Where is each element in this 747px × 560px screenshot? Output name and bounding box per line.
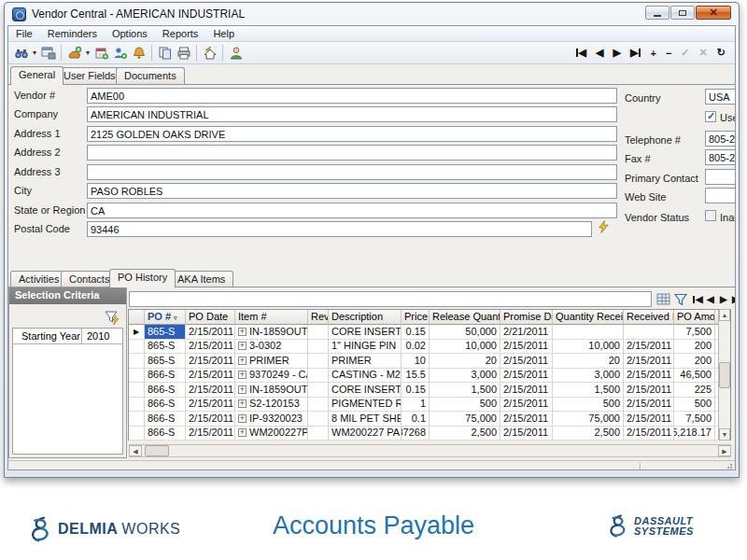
address-2-field[interactable]	[87, 145, 617, 161]
grid-cell[interactable]	[308, 369, 329, 384]
export-grid-button[interactable]	[39, 44, 57, 63]
expand-icon[interactable]: +	[238, 342, 247, 350]
find-dropdown-arrow[interactable]: ▾	[31, 49, 38, 57]
tab-user-fields[interactable]: User Fields	[55, 67, 124, 84]
grid-column-header[interactable]: Release Quantity	[430, 310, 500, 325]
grid-cell[interactable]: 225	[674, 383, 715, 398]
tab-aka-items[interactable]: AKA Items	[169, 271, 233, 287]
grid-cell[interactable]: 500	[553, 398, 624, 413]
grid-cell[interactable]: 2/15/2011	[624, 398, 674, 413]
grid-cell[interactable]: 0.15	[402, 325, 430, 340]
grid-cell[interactable]: 0.1	[402, 412, 430, 427]
grid-cell[interactable]: 2/15/2011	[186, 369, 235, 384]
grid-cell[interactable]: +IN-1859OUT	[235, 383, 308, 398]
grid-cell[interactable]: 2/15/2011	[186, 354, 235, 369]
grid-cell[interactable]: 1,500	[430, 383, 500, 398]
grid-cell[interactable]: 2/15/2011	[500, 427, 553, 441]
grid-cell[interactable]: 2/15/2011	[624, 354, 674, 369]
close-button[interactable]: ✕	[696, 6, 731, 20]
activity-add-button[interactable]	[92, 44, 110, 63]
grid-cell[interactable]	[308, 427, 329, 441]
grid-layout-icon[interactable]	[656, 292, 671, 307]
grid-column-header[interactable]: Received Date	[624, 310, 674, 325]
nav-first-button[interactable]: ◀	[576, 47, 586, 59]
grid-cell[interactable]: 1" HINGE PIN	[329, 340, 402, 355]
grid-cell[interactable]: 87268	[402, 427, 430, 441]
telephone-field[interactable]	[705, 131, 736, 147]
grid-cell[interactable]: +IP-9320023	[235, 412, 308, 427]
grid-cell[interactable]	[308, 340, 329, 355]
grid-cell[interactable]: 2,500	[553, 427, 624, 441]
grid-cell[interactable]: 2/15/2011	[186, 427, 235, 441]
grid-column-header[interactable]: PO Date	[186, 310, 235, 325]
grid-cell[interactable]: 3,000	[430, 369, 500, 384]
grid-row[interactable]: 866-S2/15/2011+IP-93200238 MIL PET SHEE0…	[129, 412, 719, 427]
grid-nav-first-button[interactable]: ◀	[693, 294, 703, 304]
grid-cell[interactable]: 1	[402, 398, 430, 413]
grid-cell[interactable]: 866-S	[145, 369, 186, 384]
expand-icon[interactable]: +	[238, 428, 247, 437]
city-field[interactable]	[87, 183, 617, 199]
grid-row[interactable]: 866-S2/15/2011+WM200227PWM200227 PAIN872…	[129, 427, 719, 441]
grid-cell[interactable]: CORE INSERTS	[329, 325, 402, 340]
grid-cell[interactable]: 3,000	[553, 369, 624, 384]
grid-cell[interactable]: 2/15/2011	[186, 398, 235, 413]
nav-cancel-button[interactable]: ✕	[699, 47, 708, 59]
grid-cell[interactable]: 2/15/2011	[500, 412, 553, 427]
contact-add-button[interactable]	[111, 44, 129, 63]
minimize-button[interactable]	[645, 6, 669, 20]
grid-cell[interactable]: 865-S	[145, 340, 186, 355]
find-button[interactable]	[12, 44, 30, 63]
grid-cell[interactable]: 50,000	[430, 325, 500, 340]
grid-cell[interactable]: +WM200227P	[235, 427, 308, 441]
grid-column-header[interactable]: PO Amount	[674, 310, 715, 325]
tab-documents[interactable]: Documents	[116, 67, 185, 84]
grid-column-header[interactable]: Item #	[235, 310, 308, 325]
company-field[interactable]	[87, 106, 617, 122]
fax-field[interactable]	[705, 149, 736, 165]
menu-help[interactable]: Help	[205, 27, 242, 40]
expand-icon[interactable]: +	[238, 399, 247, 408]
grid-cell[interactable]: 20	[430, 354, 500, 369]
title-bar[interactable]: Vendor Central - AMERICAN INDUSTRIAL ✕	[7, 3, 736, 25]
horizontal-scroll-thumb[interactable]	[145, 445, 169, 456]
grid-column-header[interactable]: PO #▿	[145, 310, 186, 325]
print-button[interactable]	[175, 44, 192, 63]
grid-cell[interactable]: 0.02	[402, 340, 430, 355]
grid-row[interactable]: 866-S2/15/2011+9370249 - CASCASTING - M2…	[129, 369, 719, 384]
grid-cell[interactable]: 2/15/2011	[624, 369, 674, 384]
state-or-region-field[interactable]	[87, 203, 617, 218]
tab-po-history[interactable]: PO History	[109, 269, 176, 287]
grid-cell[interactable]: 20	[553, 354, 624, 369]
nav-post-button[interactable]: ✓	[681, 47, 689, 59]
grid-cell[interactable]: 10,000	[553, 340, 624, 355]
grid-cell[interactable]	[624, 325, 674, 340]
scroll-down-icon[interactable]: ▼	[719, 428, 730, 441]
vertical-scroll-thumb[interactable]	[719, 362, 730, 388]
criteria-value[interactable]: 2010	[82, 329, 122, 344]
reminders-button[interactable]	[130, 44, 148, 63]
postal-lookup-bolt-icon[interactable]	[597, 219, 611, 234]
grid-row[interactable]: 866-S2/15/2011+IN-1859OUTCORE INSERTS0.1…	[129, 383, 719, 398]
grid-cell[interactable]: 2/15/2011	[186, 325, 235, 340]
grid-cell[interactable]: 2/15/2011	[624, 412, 674, 427]
grid-cell[interactable]: +PRIMER	[235, 354, 308, 369]
tab-activities[interactable]: Activities	[10, 271, 67, 287]
grid-nav-prior-button[interactable]: ◀	[707, 294, 714, 304]
grid-cell[interactable]: 866-S	[145, 412, 186, 427]
grid-cell[interactable]: 1,500	[553, 383, 624, 398]
filter-funnel-icon[interactable]	[673, 292, 688, 307]
inactive-checkbox[interactable]	[705, 210, 716, 221]
grid-cell[interactable]: CORE INSERTS	[329, 383, 402, 398]
grid-cell[interactable]: 200	[674, 354, 715, 369]
grid-cell[interactable]: 2/15/2011	[624, 427, 674, 441]
grid-cell[interactable]: 500	[674, 398, 715, 413]
grid-cell[interactable]: 865-S	[145, 354, 186, 369]
scroll-left-icon[interactable]: ◀	[129, 445, 142, 456]
grid-cell[interactable]: 46,500	[674, 369, 715, 384]
grid-cell[interactable]: 10	[402, 354, 430, 369]
grid-cell[interactable]: +3-0302	[235, 340, 308, 355]
grid-cell[interactable]: 75,000	[430, 412, 500, 427]
grid-cell[interactable]: 2/15/2011	[624, 383, 674, 398]
nav-delete-button[interactable]: −	[666, 48, 671, 59]
